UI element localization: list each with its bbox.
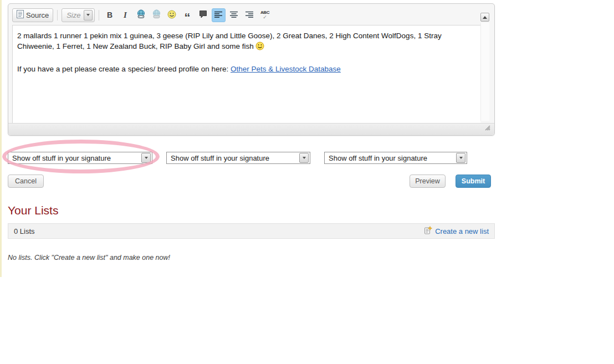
- align-right-icon: [245, 11, 253, 19]
- lists-count: 0 Lists: [14, 227, 35, 235]
- signature-option-dropdown-2[interactable]: Show off stuff in your signature: [166, 152, 310, 164]
- resize-handle-icon[interactable]: [484, 123, 490, 133]
- align-left-button[interactable]: [212, 8, 226, 22]
- comment-bubble-button[interactable]: [196, 8, 210, 22]
- blockquote-icon: “: [185, 9, 191, 20]
- link-icon: [136, 9, 146, 20]
- signature-paragraph: 2 mallards 1 runner 1 pekin mix 1 guinea…: [17, 30, 476, 53]
- your-lists-heading: Your Lists: [8, 204, 58, 217]
- pets-database-link[interactable]: Other Pets & Livestock Database: [231, 65, 341, 73]
- chevron-down-icon: [84, 10, 93, 20]
- source-code-icon: [17, 10, 24, 20]
- align-left-icon: [214, 11, 222, 19]
- unlink-icon: [152, 9, 161, 20]
- chevron-down-icon[interactable]: [141, 153, 151, 163]
- dropdown-selected-value: Show off stuff in your signature: [171, 154, 269, 162]
- insert-link-button[interactable]: [134, 8, 148, 22]
- spellcheck-button[interactable]: ABC ✓: [258, 8, 272, 22]
- preview-button[interactable]: Preview: [410, 175, 446, 188]
- chevron-down-icon[interactable]: [299, 153, 309, 163]
- dropdown-selected-value: Show off stuff in your signature: [329, 154, 427, 162]
- source-button-label: Source: [26, 11, 49, 19]
- no-lists-message: No lists. Click "Create a new list" and …: [8, 254, 170, 262]
- new-list-icon: [424, 226, 432, 236]
- signature-text-area[interactable]: 2 mallards 1 runner 1 pekin mix 1 guinea…: [12, 25, 480, 124]
- source-button[interactable]: Source: [12, 8, 53, 22]
- bold-icon: B: [107, 11, 112, 19]
- blockquote-button[interactable]: “: [181, 8, 195, 22]
- scroll-up-button[interactable]: [480, 13, 489, 22]
- dropdown-selected-value: Show off stuff in your signature: [12, 154, 111, 162]
- align-right-button[interactable]: [243, 8, 257, 22]
- bold-button[interactable]: B: [103, 8, 117, 22]
- italic-icon: I: [124, 11, 127, 20]
- chevron-down-icon[interactable]: [456, 153, 465, 163]
- cancel-button[interactable]: Cancel: [8, 175, 44, 188]
- smiley-emoticon: [255, 44, 264, 52]
- signature-editor: Source Size B I: [8, 3, 495, 136]
- smiley-icon: [167, 10, 176, 20]
- insert-smiley-button[interactable]: [165, 8, 179, 22]
- page-left-border: [0, 0, 2, 277]
- arrow-up-icon: [483, 16, 487, 19]
- font-size-dropdown[interactable]: Size: [62, 8, 94, 22]
- signature-option-dropdown-3[interactable]: Show off stuff in your signature: [324, 152, 467, 164]
- unlink-button[interactable]: [150, 8, 163, 22]
- lists-header-bar: 0 Lists Create a new list: [8, 223, 495, 239]
- create-new-list-label: Create a new list: [435, 227, 489, 235]
- toolbar-separator: [99, 10, 99, 20]
- align-center-icon: [230, 11, 238, 19]
- create-new-list-link[interactable]: Create a new list: [424, 226, 489, 236]
- toolbar-separator: [57, 10, 58, 20]
- speech-bubble-icon: [199, 10, 207, 20]
- spellcheck-icon: ABC ✓: [260, 11, 269, 19]
- signature-settings-page: Source Size B I: [0, 0, 614, 364]
- submit-button[interactable]: Submit: [456, 175, 491, 188]
- editor-toolbar: Source Size B I: [12, 7, 472, 23]
- editor-footer: [8, 123, 494, 135]
- editor-scrollbar-track[interactable]: [480, 23, 489, 121]
- italic-button[interactable]: I: [119, 8, 132, 22]
- signature-option-dropdown-1[interactable]: Show off stuff in your signature: [8, 152, 152, 164]
- font-size-label: Size: [66, 11, 80, 19]
- align-center-button[interactable]: [227, 8, 241, 22]
- profile-prompt-paragraph: If you have a pet please create a specie…: [17, 64, 476, 74]
